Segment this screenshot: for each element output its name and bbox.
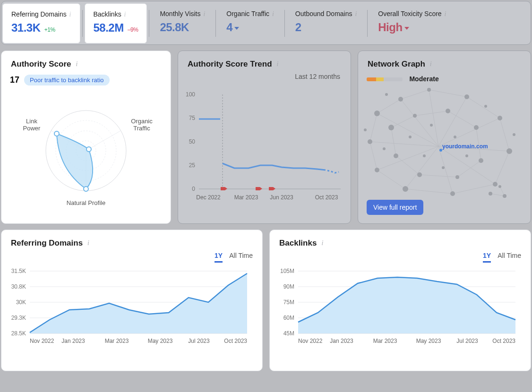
svg-point-74 xyxy=(368,139,372,144)
svg-line-38 xyxy=(438,146,495,184)
divider xyxy=(215,10,216,37)
stat-monthly-visits[interactable]: Monthly Visits i 25.8K xyxy=(151,3,214,43)
panel-title: Authority Score xyxy=(11,60,71,69)
svg-point-9 xyxy=(84,187,88,191)
referring-domains-chart: 31.5K 30.8K 30K 29.3K 28.5K Nov 2022 Jan… xyxy=(1,266,257,356)
authority-score-number: 17 xyxy=(10,75,19,85)
info-icon[interactable]: i xyxy=(87,239,89,247)
backlinks-chart: 105M 90M 75M 60M 45M Nov 2022 Jan 2023 M… xyxy=(270,266,525,356)
range-tab-all-time[interactable]: All Time xyxy=(498,252,521,263)
view-full-report-button[interactable]: View full report xyxy=(367,200,423,215)
dashboard-row-2: Referring Domains i 1Y All Time 31.5K 30… xyxy=(0,225,532,372)
info-icon[interactable]: i xyxy=(124,11,126,18)
referring-domains-panel: Referring Domains i 1Y All Time 31.5K 30… xyxy=(1,230,263,371)
svg-point-96 xyxy=(513,133,515,136)
svg-line-33 xyxy=(401,99,438,146)
svg-point-95 xyxy=(484,105,487,108)
svg-point-80 xyxy=(455,175,459,179)
svg-line-55 xyxy=(415,111,448,116)
svg-text:25: 25 xyxy=(189,162,196,169)
stat-label: Overall Toxicity Score xyxy=(378,10,441,17)
svg-text:105M: 105M xyxy=(280,268,294,274)
svg-point-69 xyxy=(506,148,512,154)
svg-text:Dec 2022: Dec 2022 xyxy=(196,194,221,201)
svg-text:Mar 2023: Mar 2023 xyxy=(373,338,397,344)
svg-text:Traffic: Traffic xyxy=(133,125,150,132)
stat-value: 31.3K xyxy=(11,21,41,34)
svg-line-44 xyxy=(401,90,429,99)
svg-line-49 xyxy=(453,184,495,194)
range-tab-1y[interactable]: 1Y xyxy=(215,252,223,263)
svg-text:Natural Profile: Natural Profile xyxy=(67,199,105,206)
info-icon[interactable]: i xyxy=(69,11,71,18)
svg-line-36 xyxy=(438,118,500,146)
svg-text:May 2023: May 2023 xyxy=(148,338,173,344)
stat-outbound-domains[interactable]: Outbound Domains i 2 xyxy=(287,3,365,43)
stat-change-down: –9% xyxy=(128,26,138,33)
svg-text:Mar 2023: Mar 2023 xyxy=(234,194,258,201)
stat-organic-traffic[interactable]: Organic Traffic i 4 xyxy=(218,3,283,43)
svg-point-81 xyxy=(417,172,422,177)
stat-label: Outbound Domains xyxy=(295,10,352,17)
chevron-down-icon[interactable] xyxy=(404,27,409,30)
stat-label: Backlinks xyxy=(94,10,121,18)
svg-text:Organic: Organic xyxy=(131,118,153,125)
svg-line-54 xyxy=(391,116,415,128)
range-tab-all-time[interactable]: All Time xyxy=(229,252,253,263)
stat-label: Organic Traffic xyxy=(226,10,269,17)
svg-marker-23 xyxy=(225,187,227,190)
dashboard-row-1: Authority Score i 17 Poor traffic to bac… xyxy=(0,46,532,225)
info-icon[interactable]: i xyxy=(321,239,323,247)
svg-text:Oct 2023: Oct 2023 xyxy=(492,338,515,344)
info-icon[interactable]: i xyxy=(272,10,274,18)
divider xyxy=(367,10,368,37)
svg-line-48 xyxy=(495,151,509,184)
range-tabs: 1Y All Time xyxy=(270,250,531,266)
svg-line-51 xyxy=(377,170,405,189)
svg-line-39 xyxy=(438,146,453,194)
authority-score-badge: Poor traffic to backlink ratio xyxy=(24,75,110,85)
panel-title: Authority Score Trend xyxy=(188,60,272,69)
svg-point-94 xyxy=(385,93,388,96)
info-icon[interactable]: i xyxy=(76,60,78,68)
svg-point-68 xyxy=(498,116,502,120)
svg-point-87 xyxy=(465,154,468,157)
svg-marker-25 xyxy=(260,187,262,190)
divider xyxy=(284,10,285,37)
svg-point-89 xyxy=(423,154,426,157)
svg-point-78 xyxy=(474,125,479,130)
svg-line-59 xyxy=(420,175,457,177)
info-icon[interactable]: i xyxy=(355,10,357,18)
svg-line-60 xyxy=(396,156,420,175)
chevron-down-icon[interactable] xyxy=(234,27,239,30)
svg-point-77 xyxy=(446,109,450,113)
svg-line-53 xyxy=(370,113,377,142)
info-icon[interactable]: i xyxy=(445,10,446,18)
network-quality-bar xyxy=(367,77,403,81)
info-icon[interactable]: i xyxy=(430,60,432,68)
svg-line-42 xyxy=(370,142,438,146)
stat-value: High xyxy=(378,21,402,34)
stat-referring-domains[interactable]: Referring Domains i 31.3K +1% xyxy=(2,3,80,43)
svg-rect-22 xyxy=(221,187,225,190)
svg-point-71 xyxy=(450,191,455,196)
panel-title: Backlinks xyxy=(279,239,317,248)
svg-point-83 xyxy=(383,147,386,150)
svg-text:45M: 45M xyxy=(283,330,294,337)
stat-value: 4 xyxy=(226,21,232,34)
svg-text:100: 100 xyxy=(186,91,195,98)
info-icon[interactable]: i xyxy=(203,10,205,18)
svg-line-56 xyxy=(448,111,476,128)
stat-toxicity-score[interactable]: Overall Toxicity Score i High xyxy=(369,3,530,43)
svg-point-66 xyxy=(427,88,431,92)
divider xyxy=(149,10,149,37)
range-tab-1y[interactable]: 1Y xyxy=(483,252,491,263)
svg-point-86 xyxy=(454,136,456,138)
svg-text:Jan 2023: Jan 2023 xyxy=(61,338,85,344)
stat-backlinks[interactable]: Backlinks i 58.2M –9% xyxy=(85,3,147,43)
info-icon[interactable]: i xyxy=(277,60,279,68)
network-graph-chart: yourdomain.com xyxy=(358,85,519,203)
svg-text:30.8K: 30.8K xyxy=(11,283,26,290)
panel-title: Referring Domains xyxy=(11,239,83,248)
svg-point-84 xyxy=(409,136,412,138)
